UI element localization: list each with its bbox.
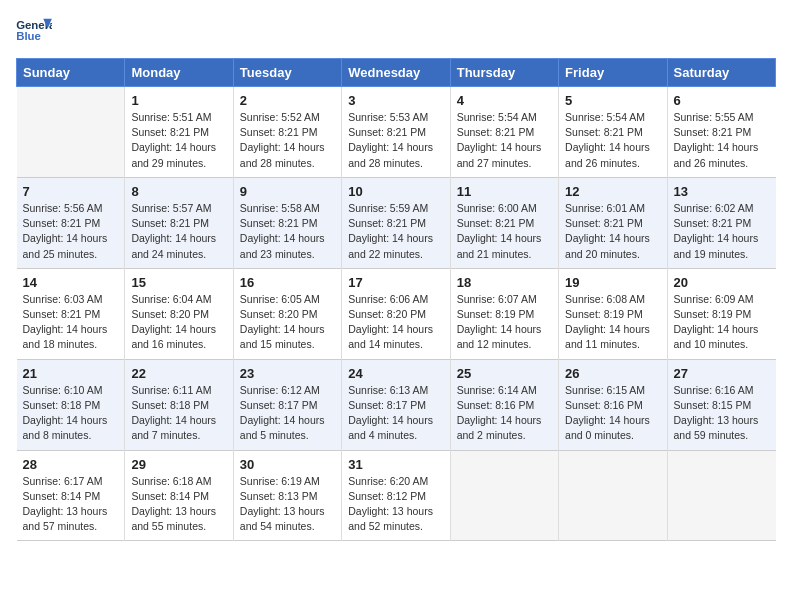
day-number: 12 bbox=[565, 184, 660, 199]
calendar-cell: 24Sunrise: 6:13 AM Sunset: 8:17 PM Dayli… bbox=[342, 359, 450, 450]
day-info: Sunrise: 6:17 AM Sunset: 8:14 PM Dayligh… bbox=[23, 474, 119, 535]
day-number: 29 bbox=[131, 457, 226, 472]
day-number: 26 bbox=[565, 366, 660, 381]
calendar-week-row: 21Sunrise: 6:10 AM Sunset: 8:18 PM Dayli… bbox=[17, 359, 776, 450]
svg-text:Blue: Blue bbox=[16, 30, 41, 42]
calendar-cell: 23Sunrise: 6:12 AM Sunset: 8:17 PM Dayli… bbox=[233, 359, 341, 450]
calendar-table: SundayMondayTuesdayWednesdayThursdayFrid… bbox=[16, 58, 776, 541]
day-number: 20 bbox=[674, 275, 770, 290]
day-number: 2 bbox=[240, 93, 335, 108]
calendar-cell bbox=[559, 450, 667, 541]
day-number: 19 bbox=[565, 275, 660, 290]
day-info: Sunrise: 5:56 AM Sunset: 8:21 PM Dayligh… bbox=[23, 201, 119, 262]
day-number: 6 bbox=[674, 93, 770, 108]
header: General Blue bbox=[16, 16, 776, 46]
day-info: Sunrise: 6:06 AM Sunset: 8:20 PM Dayligh… bbox=[348, 292, 443, 353]
day-info: Sunrise: 5:54 AM Sunset: 8:21 PM Dayligh… bbox=[565, 110, 660, 171]
calendar-cell: 27Sunrise: 6:16 AM Sunset: 8:15 PM Dayli… bbox=[667, 359, 775, 450]
day-info: Sunrise: 6:08 AM Sunset: 8:19 PM Dayligh… bbox=[565, 292, 660, 353]
day-number: 16 bbox=[240, 275, 335, 290]
calendar-cell bbox=[450, 450, 558, 541]
calendar-cell: 17Sunrise: 6:06 AM Sunset: 8:20 PM Dayli… bbox=[342, 268, 450, 359]
day-number: 11 bbox=[457, 184, 552, 199]
calendar-cell: 5Sunrise: 5:54 AM Sunset: 8:21 PM Daylig… bbox=[559, 87, 667, 178]
calendar-cell: 13Sunrise: 6:02 AM Sunset: 8:21 PM Dayli… bbox=[667, 177, 775, 268]
day-info: Sunrise: 5:55 AM Sunset: 8:21 PM Dayligh… bbox=[674, 110, 770, 171]
day-info: Sunrise: 6:13 AM Sunset: 8:17 PM Dayligh… bbox=[348, 383, 443, 444]
calendar-cell: 11Sunrise: 6:00 AM Sunset: 8:21 PM Dayli… bbox=[450, 177, 558, 268]
weekday-header-monday: Monday bbox=[125, 59, 233, 87]
day-info: Sunrise: 5:53 AM Sunset: 8:21 PM Dayligh… bbox=[348, 110, 443, 171]
day-info: Sunrise: 5:51 AM Sunset: 8:21 PM Dayligh… bbox=[131, 110, 226, 171]
day-info: Sunrise: 5:59 AM Sunset: 8:21 PM Dayligh… bbox=[348, 201, 443, 262]
day-info: Sunrise: 6:07 AM Sunset: 8:19 PM Dayligh… bbox=[457, 292, 552, 353]
calendar-cell: 21Sunrise: 6:10 AM Sunset: 8:18 PM Dayli… bbox=[17, 359, 125, 450]
calendar-cell: 31Sunrise: 6:20 AM Sunset: 8:12 PM Dayli… bbox=[342, 450, 450, 541]
day-info: Sunrise: 6:04 AM Sunset: 8:20 PM Dayligh… bbox=[131, 292, 226, 353]
calendar-cell: 6Sunrise: 5:55 AM Sunset: 8:21 PM Daylig… bbox=[667, 87, 775, 178]
calendar-cell bbox=[667, 450, 775, 541]
day-number: 22 bbox=[131, 366, 226, 381]
day-number: 14 bbox=[23, 275, 119, 290]
day-info: Sunrise: 5:54 AM Sunset: 8:21 PM Dayligh… bbox=[457, 110, 552, 171]
day-info: Sunrise: 6:03 AM Sunset: 8:21 PM Dayligh… bbox=[23, 292, 119, 353]
day-number: 15 bbox=[131, 275, 226, 290]
calendar-cell: 20Sunrise: 6:09 AM Sunset: 8:19 PM Dayli… bbox=[667, 268, 775, 359]
day-info: Sunrise: 6:14 AM Sunset: 8:16 PM Dayligh… bbox=[457, 383, 552, 444]
calendar-cell: 30Sunrise: 6:19 AM Sunset: 8:13 PM Dayli… bbox=[233, 450, 341, 541]
logo-icon: General Blue bbox=[16, 16, 52, 46]
day-number: 5 bbox=[565, 93, 660, 108]
calendar-cell: 25Sunrise: 6:14 AM Sunset: 8:16 PM Dayli… bbox=[450, 359, 558, 450]
day-info: Sunrise: 5:58 AM Sunset: 8:21 PM Dayligh… bbox=[240, 201, 335, 262]
calendar-cell bbox=[17, 87, 125, 178]
day-number: 28 bbox=[23, 457, 119, 472]
calendar-cell: 2Sunrise: 5:52 AM Sunset: 8:21 PM Daylig… bbox=[233, 87, 341, 178]
calendar-week-row: 7Sunrise: 5:56 AM Sunset: 8:21 PM Daylig… bbox=[17, 177, 776, 268]
calendar-cell: 28Sunrise: 6:17 AM Sunset: 8:14 PM Dayli… bbox=[17, 450, 125, 541]
calendar-cell: 19Sunrise: 6:08 AM Sunset: 8:19 PM Dayli… bbox=[559, 268, 667, 359]
day-number: 1 bbox=[131, 93, 226, 108]
calendar-cell: 26Sunrise: 6:15 AM Sunset: 8:16 PM Dayli… bbox=[559, 359, 667, 450]
calendar-cell: 8Sunrise: 5:57 AM Sunset: 8:21 PM Daylig… bbox=[125, 177, 233, 268]
day-number: 23 bbox=[240, 366, 335, 381]
calendar-week-row: 1Sunrise: 5:51 AM Sunset: 8:21 PM Daylig… bbox=[17, 87, 776, 178]
weekday-header-wednesday: Wednesday bbox=[342, 59, 450, 87]
day-info: Sunrise: 6:20 AM Sunset: 8:12 PM Dayligh… bbox=[348, 474, 443, 535]
day-number: 27 bbox=[674, 366, 770, 381]
calendar-cell: 1Sunrise: 5:51 AM Sunset: 8:21 PM Daylig… bbox=[125, 87, 233, 178]
day-number: 3 bbox=[348, 93, 443, 108]
calendar-cell: 4Sunrise: 5:54 AM Sunset: 8:21 PM Daylig… bbox=[450, 87, 558, 178]
day-info: Sunrise: 6:18 AM Sunset: 8:14 PM Dayligh… bbox=[131, 474, 226, 535]
calendar-cell: 16Sunrise: 6:05 AM Sunset: 8:20 PM Dayli… bbox=[233, 268, 341, 359]
calendar-cell: 3Sunrise: 5:53 AM Sunset: 8:21 PM Daylig… bbox=[342, 87, 450, 178]
day-number: 25 bbox=[457, 366, 552, 381]
day-number: 21 bbox=[23, 366, 119, 381]
day-info: Sunrise: 6:10 AM Sunset: 8:18 PM Dayligh… bbox=[23, 383, 119, 444]
logo: General Blue bbox=[16, 16, 52, 46]
day-info: Sunrise: 6:05 AM Sunset: 8:20 PM Dayligh… bbox=[240, 292, 335, 353]
calendar-week-row: 28Sunrise: 6:17 AM Sunset: 8:14 PM Dayli… bbox=[17, 450, 776, 541]
day-info: Sunrise: 6:16 AM Sunset: 8:15 PM Dayligh… bbox=[674, 383, 770, 444]
weekday-header-tuesday: Tuesday bbox=[233, 59, 341, 87]
weekday-header-thursday: Thursday bbox=[450, 59, 558, 87]
day-info: Sunrise: 5:52 AM Sunset: 8:21 PM Dayligh… bbox=[240, 110, 335, 171]
weekday-header-sunday: Sunday bbox=[17, 59, 125, 87]
day-info: Sunrise: 6:01 AM Sunset: 8:21 PM Dayligh… bbox=[565, 201, 660, 262]
day-number: 10 bbox=[348, 184, 443, 199]
day-number: 13 bbox=[674, 184, 770, 199]
day-number: 9 bbox=[240, 184, 335, 199]
day-number: 7 bbox=[23, 184, 119, 199]
calendar-cell: 9Sunrise: 5:58 AM Sunset: 8:21 PM Daylig… bbox=[233, 177, 341, 268]
day-number: 24 bbox=[348, 366, 443, 381]
day-info: Sunrise: 6:11 AM Sunset: 8:18 PM Dayligh… bbox=[131, 383, 226, 444]
calendar-cell: 18Sunrise: 6:07 AM Sunset: 8:19 PM Dayli… bbox=[450, 268, 558, 359]
calendar-cell: 12Sunrise: 6:01 AM Sunset: 8:21 PM Dayli… bbox=[559, 177, 667, 268]
day-info: Sunrise: 6:12 AM Sunset: 8:17 PM Dayligh… bbox=[240, 383, 335, 444]
day-number: 31 bbox=[348, 457, 443, 472]
day-info: Sunrise: 6:15 AM Sunset: 8:16 PM Dayligh… bbox=[565, 383, 660, 444]
day-info: Sunrise: 6:02 AM Sunset: 8:21 PM Dayligh… bbox=[674, 201, 770, 262]
day-info: Sunrise: 6:00 AM Sunset: 8:21 PM Dayligh… bbox=[457, 201, 552, 262]
weekday-header-friday: Friday bbox=[559, 59, 667, 87]
day-info: Sunrise: 6:09 AM Sunset: 8:19 PM Dayligh… bbox=[674, 292, 770, 353]
calendar-cell: 15Sunrise: 6:04 AM Sunset: 8:20 PM Dayli… bbox=[125, 268, 233, 359]
